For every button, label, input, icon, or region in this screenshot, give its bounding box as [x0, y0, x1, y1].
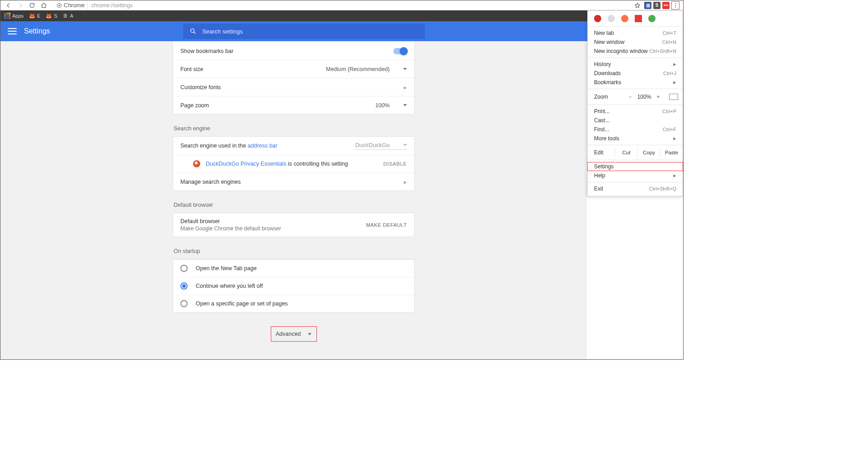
- menu-cast[interactable]: Cast...: [588, 116, 683, 125]
- menu-history[interactable]: History▶: [588, 60, 683, 69]
- bookmarks-bar-toggle[interactable]: [393, 48, 407, 54]
- menu-new-window[interactable]: New windowCtrl+N: [588, 38, 683, 47]
- default-browser-row: Default browser Make Google Chrome the d…: [173, 213, 414, 237]
- menu-paste[interactable]: Paste: [660, 147, 683, 158]
- extension-icon-grey[interactable]: [608, 15, 615, 22]
- radio-icon-selected[interactable]: [180, 282, 188, 290]
- svg-point-1: [59, 5, 60, 6]
- menu-incognito[interactable]: New incognito windowCtrl+Shift+N: [588, 47, 683, 56]
- page-zoom-select[interactable]: 100%: [375, 102, 407, 109]
- caret-down-icon: [308, 333, 311, 335]
- menu-exit[interactable]: ExitCtrl+Shift+Q: [588, 184, 683, 193]
- extension-icon-lastpass[interactable]: •••: [662, 2, 670, 9]
- duckduckgo-menu-icon[interactable]: [621, 15, 628, 22]
- menu-edit-row: Edit Cut Copy Paste: [588, 147, 683, 158]
- chevron-right-icon: ▸: [404, 84, 407, 91]
- back-button[interactable]: [4, 1, 13, 10]
- extension-icon-red[interactable]: [635, 15, 642, 22]
- caret-down-icon: [403, 104, 407, 106]
- chrome-menu-button[interactable]: [671, 1, 679, 10]
- font-size-select[interactable]: Medium (Recommended): [326, 66, 407, 72]
- search-engine-select: DuckDuckGo: [355, 142, 407, 150]
- menu-more-tools[interactable]: More tools▶: [588, 134, 683, 143]
- search-engine-section-title: Search engine: [174, 125, 415, 132]
- chevron-right-icon: ▸: [404, 178, 407, 186]
- startup-option-specific[interactable]: Open a specific page or set of pages: [173, 295, 414, 312]
- settings-content: Show bookmarks bar Font size Medium (Rec…: [0, 41, 587, 359]
- hamburger-menu-icon[interactable]: [8, 28, 17, 34]
- startup-option-newtab[interactable]: Open the New Tab page: [173, 259, 414, 277]
- file-icon: 🗎: [63, 13, 68, 19]
- caret-down-icon: [403, 68, 407, 70]
- grammarly-icon[interactable]: [648, 15, 656, 22]
- settings-header: Settings: [0, 21, 683, 41]
- fox-icon: 🦊: [46, 13, 52, 19]
- menu-new-tab[interactable]: New tabCtrl+T: [588, 29, 683, 38]
- menu-print[interactable]: Print...Ctrl+P: [588, 107, 683, 116]
- search-engine-row: Search engine used in the address bar Du…: [173, 137, 414, 155]
- zoom-out-button[interactable]: −: [625, 94, 636, 100]
- abp-icon[interactable]: [594, 15, 601, 22]
- origin-chip: Chrome: [54, 1, 88, 10]
- radio-icon[interactable]: [180, 265, 188, 272]
- url-text: chrome://settings: [88, 2, 132, 9]
- menu-extension-icons: [588, 13, 683, 24]
- on-startup-card: Open the New Tab page Continue where you…: [173, 259, 415, 313]
- extension-icon-s[interactable]: S: [653, 2, 660, 9]
- customize-fonts-row[interactable]: Customize fonts ▸: [173, 78, 414, 96]
- apps-grid-icon: [4, 13, 10, 19]
- extension-controlling-row: DuckDuckGo Privacy Essentials is control…: [173, 155, 414, 172]
- fullscreen-button[interactable]: [669, 94, 678, 100]
- extension-icon-1[interactable]: ▦: [644, 2, 651, 9]
- menu-bookmarks[interactable]: Bookmarks▶: [588, 78, 683, 87]
- caret-down-icon: [403, 144, 407, 146]
- zoom-in-button[interactable]: +: [653, 94, 664, 100]
- apps-shortcut[interactable]: Apps: [4, 13, 24, 19]
- bookmarks-bar: Apps 🦊E 🦊S 🗎A: [0, 10, 683, 21]
- search-engine-card: Search engine used in the address bar Du…: [173, 136, 415, 191]
- address-bar[interactable]: Chrome chrome://settings: [51, 1, 634, 10]
- chrome-main-menu: New tabCtrl+T New windowCtrl+N New incog…: [587, 10, 683, 196]
- font-size-row[interactable]: Font size Medium (Recommended): [173, 60, 414, 78]
- menu-find[interactable]: Find...Ctrl+F: [588, 125, 683, 134]
- manage-search-engines-row[interactable]: Manage search engines ▸: [173, 172, 414, 191]
- startup-option-continue[interactable]: Continue where you left off: [173, 277, 414, 295]
- bookmark-item-a[interactable]: 🗎A: [63, 13, 73, 19]
- search-input[interactable]: [202, 28, 419, 35]
- fox-icon: 🦊: [29, 13, 35, 19]
- reload-button[interactable]: [28, 1, 37, 10]
- origin-label: Chrome: [64, 2, 85, 9]
- settings-title: Settings: [24, 27, 50, 35]
- menu-zoom: Zoom − 100% +: [588, 91, 683, 103]
- menu-help[interactable]: Help▶: [588, 171, 683, 180]
- disable-extension-button[interactable]: DISABLE: [383, 161, 407, 167]
- svg-point-2: [191, 29, 194, 33]
- extension-link[interactable]: DuckDuckGo Privacy Essentials: [206, 161, 287, 167]
- menu-copy[interactable]: Copy: [637, 147, 660, 158]
- zoom-value: 100%: [636, 94, 653, 100]
- bookmark-star-icon[interactable]: [634, 2, 641, 9]
- menu-settings[interactable]: Settings: [587, 162, 683, 171]
- apps-label: Apps: [12, 13, 24, 19]
- show-bookmarks-bar-row[interactable]: Show bookmarks bar: [173, 42, 414, 60]
- forward-button[interactable]: [16, 1, 25, 10]
- default-browser-section-title: Default browser: [174, 202, 415, 208]
- default-browser-card: Default browser Make Google Chrome the d…: [173, 213, 415, 237]
- page-zoom-row[interactable]: Page zoom 100%: [173, 96, 414, 114]
- browser-toolbar: Chrome chrome://settings ▦ S •••: [0, 0, 683, 10]
- bookmark-item-e[interactable]: 🦊E: [29, 13, 40, 19]
- menu-cut[interactable]: Cut: [615, 147, 637, 158]
- duckduckgo-icon: [193, 160, 200, 167]
- make-default-button[interactable]: MAKE DEFAULT: [366, 222, 407, 228]
- settings-search[interactable]: [183, 24, 425, 39]
- menu-downloads[interactable]: DownloadsCtrl+J: [588, 69, 683, 78]
- on-startup-section-title: On startup: [174, 248, 415, 254]
- advanced-button[interactable]: Advanced: [271, 326, 317, 342]
- radio-icon[interactable]: [180, 300, 188, 307]
- bookmark-item-s[interactable]: 🦊S: [46, 13, 57, 19]
- address-bar-link[interactable]: address bar: [248, 143, 278, 149]
- home-button[interactable]: [39, 1, 48, 10]
- search-icon: [189, 28, 197, 35]
- appearance-card: Show bookmarks bar Font size Medium (Rec…: [173, 41, 415, 114]
